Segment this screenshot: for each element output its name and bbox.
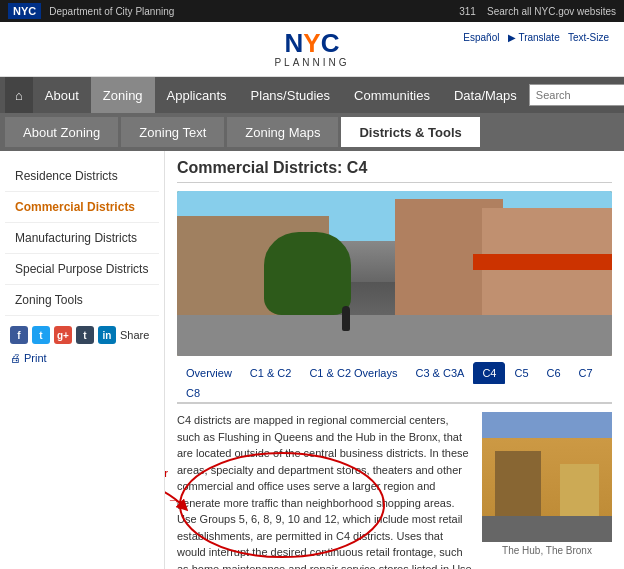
social-icons: f t g+ t in Share (5, 316, 159, 349)
home-button[interactable]: ⌂ (5, 77, 33, 113)
print-label: Print (24, 352, 47, 364)
sidebar-item-special-purpose[interactable]: Special Purpose Districts (5, 254, 159, 285)
sidebar: Residence Districts Commercial Districts… (0, 151, 165, 569)
logo-n: N (285, 28, 304, 58)
main-nav: ⌂ About Zoning Applicants Plans/Studies … (0, 77, 624, 113)
search-all: Search all NYC.gov websites (487, 6, 616, 17)
nav-zoning[interactable]: Zoning (91, 77, 155, 113)
logo-nyc: NYC (285, 30, 340, 56)
dept-label: Department of City Planning (49, 6, 459, 17)
share-label: Share (120, 329, 149, 341)
facebook-icon[interactable]: f (10, 326, 28, 344)
tab-overview[interactable]: Overview (177, 362, 241, 384)
tumblr-icon[interactable]: t (76, 326, 94, 344)
subnav-about-zoning[interactable]: About Zoning (5, 117, 118, 147)
nav-communities[interactable]: Communities (342, 77, 442, 113)
logo-y: Y (303, 28, 320, 58)
print-link[interactable]: 🖨 Print (5, 349, 159, 367)
tab-c7[interactable]: C7 (570, 362, 602, 384)
hotline: 311 (459, 6, 476, 17)
subnav-zoning-text[interactable]: Zoning Text (121, 117, 224, 147)
subnav-zoning-maps[interactable]: Zoning Maps (227, 117, 338, 147)
search-input[interactable] (529, 84, 624, 106)
google-icon[interactable]: g+ (54, 326, 72, 344)
nav-about[interactable]: About (33, 77, 91, 113)
side-image-caption: The Hub, The Bronx (482, 545, 612, 556)
nyc-badge: NYC (8, 3, 41, 19)
body-text-uses: uses (287, 480, 310, 492)
tab-c1c2-overlays[interactable]: C1 & C2 Overlays (300, 362, 406, 384)
text-size[interactable]: Text-Size (568, 32, 609, 43)
main-content: Commercial Districts: C4 Overview C1 & C… (165, 151, 624, 569)
nav-plans-studies[interactable]: Plans/Studies (239, 77, 343, 113)
text-col-wrapper: Use Groups for Commercial District C4 → … (177, 412, 472, 569)
lang-translate[interactable]: ▶ Translate (508, 32, 560, 43)
search-container: 🔍 (529, 84, 624, 106)
body-text-use-groups: Use Groups (177, 513, 236, 525)
content-area: Residence Districts Commercial Districts… (0, 151, 624, 569)
header-right: Español ▶ Translate Text-Size (463, 32, 609, 43)
tabs-strip: Overview C1 & C2 C1 & C2 Overlays C3 & C… (177, 362, 612, 404)
tab-c6[interactable]: C6 (538, 362, 570, 384)
logo-c: C (321, 28, 340, 58)
topbar-right: 311 Search all NYC.gov websites (459, 6, 616, 17)
side-image (482, 412, 612, 542)
sub-nav: About Zoning Zoning Text Zoning Maps Dis… (0, 113, 624, 151)
side-image-col: The Hub, The Bronx (482, 412, 612, 569)
sidebar-item-manufacturing[interactable]: Manufacturing Districts (5, 223, 159, 254)
logo-planning: PLANNING (274, 57, 349, 68)
tab-c1c2[interactable]: C1 & C2 (241, 362, 301, 384)
logo[interactable]: NYC PLANNING (274, 30, 349, 68)
page-title: Commercial Districts: C4 (177, 159, 612, 183)
body-text: C4 districts are mapped in regional comm… (177, 412, 472, 569)
nav-applicants[interactable]: Applicants (155, 77, 239, 113)
tab-c5[interactable]: C5 (505, 362, 537, 384)
subnav-districts-tools[interactable]: Districts & Tools (341, 117, 479, 147)
sidebar-item-residence[interactable]: Residence Districts (5, 161, 159, 192)
nav-datamaps[interactable]: Data/Maps (442, 77, 529, 113)
sidebar-item-commercial[interactable]: Commercial Districts (5, 192, 159, 223)
sidebar-item-zoning-tools[interactable]: Zoning Tools (5, 285, 159, 316)
lang-espanol[interactable]: Español (463, 32, 499, 43)
top-bar: NYC Department of City Planning 311 Sear… (0, 0, 624, 22)
tab-c4[interactable]: C4 (473, 362, 505, 384)
content-lower: Use Groups for Commercial District C4 → … (177, 412, 612, 569)
tab-c8[interactable]: C8 (177, 382, 209, 404)
main-image (177, 191, 612, 356)
twitter-icon[interactable]: t (32, 326, 50, 344)
linkedin-icon[interactable]: in (98, 326, 116, 344)
site-header: NYC PLANNING Español ▶ Translate Text-Si… (0, 22, 624, 77)
tab-c3c3a[interactable]: C3 & C3A (406, 362, 473, 384)
print-icon: 🖨 (10, 352, 21, 364)
